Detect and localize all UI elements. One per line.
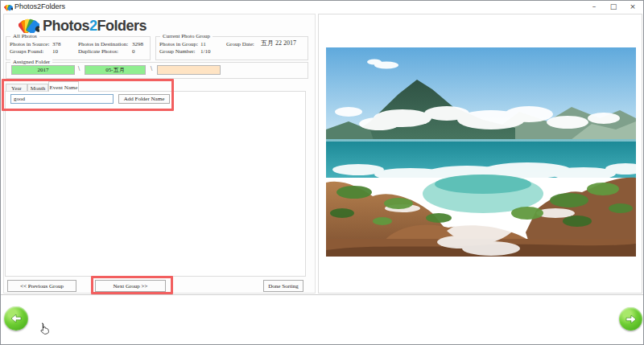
year-folder-field[interactable]: 2017 bbox=[11, 65, 75, 75]
group-number-label: Group Number: bbox=[159, 48, 196, 55]
current-photo-image[interactable] bbox=[326, 47, 636, 257]
arrow-left-icon bbox=[10, 314, 22, 323]
path-separator: \ bbox=[151, 65, 152, 72]
arrow-right-icon bbox=[625, 314, 637, 324]
title-bar[interactable]: Photos2Folders – □ × bbox=[1, 1, 643, 14]
path-separator: \ bbox=[78, 65, 80, 72]
duplicate-photos-value: 0 bbox=[132, 48, 135, 55]
groups-found-value: 10 bbox=[52, 48, 58, 55]
close-button[interactable]: × bbox=[624, 1, 642, 13]
thumbnail-strip-panel: 16194910_1015 4103442726962 390882859419… bbox=[1, 294, 644, 345]
groups-found-label: Groups Found: bbox=[10, 48, 43, 55]
add-folder-name-button[interactable]: Add Folder Name bbox=[118, 94, 170, 104]
event-name-input[interactable] bbox=[10, 94, 114, 104]
previous-group-button[interactable]: << Previous Group bbox=[7, 280, 76, 292]
maximize-button[interactable]: □ bbox=[605, 1, 622, 13]
photo-preview-panel bbox=[318, 14, 642, 294]
logo-text: Photos2Folders bbox=[43, 18, 147, 35]
window-title: Photos2Folders bbox=[14, 2, 65, 10]
all-photos-title: All Photos bbox=[10, 33, 39, 39]
app-icon bbox=[4, 3, 13, 11]
app-window: Photos2Folders – □ × Photos2Folders All … bbox=[0, 0, 644, 345]
tab-event-name[interactable]: Event Name bbox=[48, 81, 79, 92]
current-group-title: Current Photo Group bbox=[160, 33, 213, 39]
duplicate-photos-label: Duplicate Photos: bbox=[78, 48, 118, 55]
previous-photo-arrow-button[interactable] bbox=[4, 306, 28, 331]
photos-in-source-value: 378 bbox=[52, 41, 61, 47]
minimize-button[interactable]: – bbox=[585, 1, 603, 13]
group-number-value: 1/10 bbox=[200, 48, 210, 55]
tab-page bbox=[5, 91, 306, 277]
logo-fan-icon bbox=[19, 17, 39, 35]
photos-in-destination-value: 3298 bbox=[132, 41, 143, 47]
event-folder-field[interactable] bbox=[157, 65, 221, 75]
photos-in-destination-label: Photos in Destination: bbox=[78, 41, 128, 47]
group-date-label: Group Date: bbox=[226, 41, 254, 47]
group-date-value: 五月 22 2017 bbox=[261, 40, 296, 47]
assigned-folder-title: Assigned Folder bbox=[10, 59, 52, 65]
next-group-button[interactable]: Next Group >> bbox=[95, 280, 166, 292]
month-folder-field[interactable]: 05-五月 bbox=[85, 65, 146, 75]
photos-in-group-label: Photos in Group: bbox=[159, 41, 198, 47]
next-photo-arrow-button[interactable] bbox=[619, 307, 642, 331]
photos-in-group-value: 11 bbox=[200, 41, 206, 47]
photos-in-source-label: Photos in Source: bbox=[10, 41, 49, 47]
done-sorting-button[interactable]: Done Sorting bbox=[263, 280, 303, 292]
